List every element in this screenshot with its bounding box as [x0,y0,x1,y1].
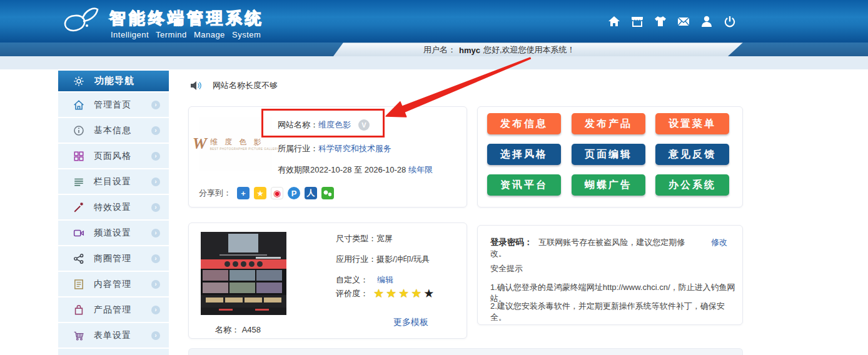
thumb-decor [201,269,286,295]
butterfly-ad-button[interactable]: 蝴蝶广告 [572,174,645,196]
office-system-button[interactable]: 办公系统 [655,174,729,196]
logo-w-mark: W [193,136,207,152]
sidebar-item-page-style[interactable]: 页面风格 › [58,142,169,168]
share-nodes-icon [73,253,84,264]
document-icon [73,279,84,290]
industry-row: 所属行业： 科学研究和技术服务 [278,143,391,154]
home-icon[interactable] [607,14,622,29]
more-templates-link[interactable]: 更多模板 [393,317,428,328]
validity-text: 有效期限2022-10-28 至 2026-10-28 [278,164,406,176]
power-icon[interactable] [722,14,737,29]
security-tip: 2.建议您安装杀毒软件，并定期更新操作系统等软件补丁，确保安全。 [490,301,737,323]
rating-label: 评价度： [336,288,368,299]
star-icon: ★ [373,288,384,299]
header-icon-bar [607,14,737,29]
renren-icon[interactable]: 人 [305,187,317,199]
template-name-label: 名称： [215,325,240,334]
publish-info-button[interactable]: 发布信息 [487,113,561,134]
modify-password-link[interactable]: 修改 [711,237,727,248]
sidebar-item-manage-home[interactable]: 管理首页 › [58,91,169,117]
choose-style-button[interactable]: 选择风格 [487,144,561,165]
info-icon [73,125,84,136]
chevron-right-icon: › [151,229,160,238]
speaker-icon [190,80,203,91]
industry-label: 所属行业： [278,143,318,154]
sidebar-item-label: 栏目设置 [94,176,142,188]
welcome-text: 您好,欢迎您使用本系统！ [483,44,575,56]
greeting-trapezoid: 用户名： hmyc 您好,欢迎您使用本系统！ [333,42,743,56]
wechat-icon[interactable] [321,187,334,199]
logo-tagline: BEST PHOTOGRAPHER PICTURE GALLERY [210,148,280,151]
logo-text: 维 度 色 影 [210,137,280,148]
video-camera-icon [73,228,84,239]
template-thumbnail[interactable] [201,232,286,315]
sidebar-item-content-manage[interactable]: 内容管理 › [58,271,169,296]
site-logo: W 维 度 色 影 BEST PHOTOGRAPHER PICTURE GALL… [199,117,272,171]
next-card-edge [188,348,743,355]
set-menu-button[interactable]: 设置菜单 [655,113,729,134]
feedback-button[interactable]: 意见反馈 [655,144,729,165]
tencent-weibo-icon[interactable]: P [288,187,300,199]
share-row: 分享到： + ★ ◉ P 人 [199,187,334,199]
apply-industry-row: 应用行业： 摄影/冲印/玩具 [336,254,430,265]
size-type-label: 尺寸类型： [336,233,376,244]
template-name-value: A458 [242,325,261,334]
page-root: 智能终端管理系统 Intelligent Termind Manage Syst… [0,0,868,355]
thumb-decor [201,308,286,315]
edit-link[interactable]: 编辑 [377,274,393,286]
sidebar-item-product-manage[interactable]: 产品管理 › [58,296,169,322]
sidebar-item-label: 管理首页 [94,99,142,111]
sidebar-item-channel-settings[interactable]: 频道设置 › [58,219,169,245]
mail-icon[interactable] [676,14,691,29]
sidebar-item-column-settings[interactable]: 栏目设置 › [58,168,169,194]
tshirt-icon[interactable] [653,14,668,29]
news-platform-button[interactable]: 资讯平台 [487,174,561,196]
site-info-card: W 维 度 色 影 BEST PHOTOGRAPHER PICTURE GALL… [188,106,467,208]
renew-term-link[interactable]: 续年限 [408,164,433,176]
sidebar-item-basic-info[interactable]: 基本信息 › [58,117,169,142]
rating-row: 评价度： ★★★★★ [336,288,434,299]
chevron-right-icon: › [151,152,160,161]
notice-text: 网站名称长度不够 [213,80,278,91]
bag-icon [73,304,84,316]
size-type-value: 宽屏 [376,233,393,244]
rating-stars[interactable]: ★★★★★ [373,288,434,299]
app-subtitle: Intelligent Termind Manage System [111,30,261,39]
sidebar-item-label: 产品管理 [94,304,142,316]
chevron-right-icon: › [151,280,160,289]
custom-row: 自定义： 编辑 [336,274,393,286]
industry-link[interactable]: 科学研究和技术服务 [318,143,391,154]
sidebar-stub-row [58,348,169,355]
thumb-decor [256,257,281,259]
storefront-icon[interactable] [630,14,645,29]
weibo-icon[interactable]: ◉ [271,187,283,199]
sidebar-item-business-circle[interactable]: 商圈管理 › [58,245,169,271]
sidebar-header-label: 功能导航 [94,75,134,87]
apply-industry-label: 应用行业： [336,254,376,265]
subheader-band [0,56,868,69]
sidebar-item-label: 商圈管理 [94,253,142,264]
sidebar-item-form-settings[interactable]: 表单设置 › [58,322,169,348]
site-name-value: 维度色影 [318,119,351,131]
password-row: 登录密码： 互联网账号存在被盗风险，建议您定期修改。 [490,237,697,259]
qzone-icon[interactable]: ★ [254,187,266,199]
page-edit-button[interactable]: 页面编辑 [572,144,645,165]
chevron-right-icon: › [151,254,160,263]
brand-bird-icon [60,5,101,39]
custom-label: 自定义： [336,274,368,286]
site-name-label: 网站名称： [278,119,318,131]
sidebar-item-effects-settings[interactable]: 特效设置 › [58,194,169,219]
chevron-right-icon: › [151,178,160,186]
chevron-right-icon: › [151,101,160,109]
greeting-text: 用户名： hmyc 您好,欢迎您使用本系统！ [423,43,575,57]
username: hmyc [459,46,480,55]
user-icon[interactable] [699,14,714,29]
home-icon [73,99,84,111]
notice-row: 网站名称长度不够 [190,80,278,91]
publish-product-button[interactable]: 发布产品 [572,113,645,134]
validity-row: 有效期限2022-10-28 至 2026-10-28 [278,164,406,176]
qq-share-icon[interactable]: + [237,187,250,199]
top-header: 智能终端管理系统 Intelligent Termind Manage Syst… [0,0,868,42]
sidebar-item-label: 内容管理 [94,279,142,290]
sidebar-header-nav[interactable]: 功能导航 [58,71,169,91]
